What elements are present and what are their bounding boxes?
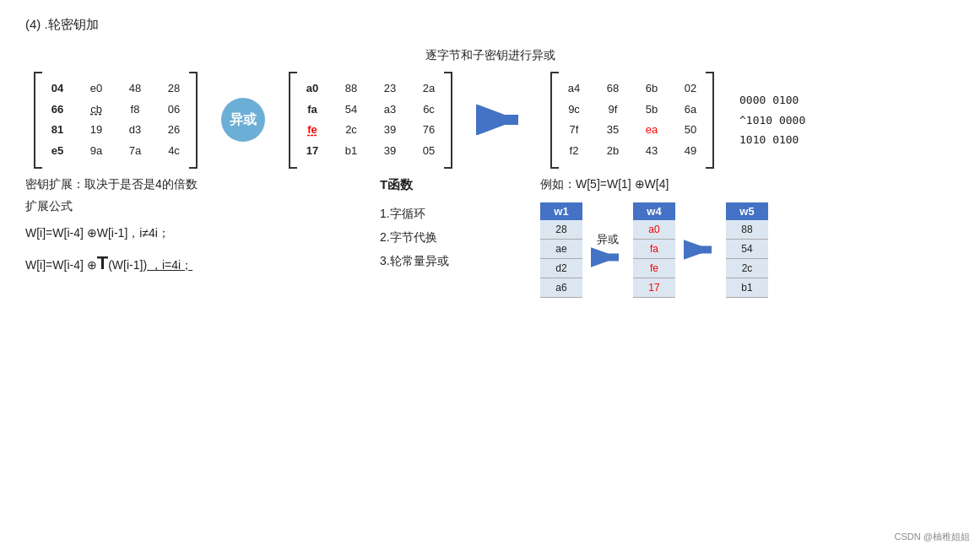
matrix-cell: 7f <box>562 120 586 141</box>
matrix-cell: 48 <box>123 78 147 100</box>
w5-cell: b1 <box>726 278 768 298</box>
matrix-cell: 9a <box>84 141 108 162</box>
right-panel: 例如：W[5]=W[1] ⊕W[4] w1 28aed2a6 异或 <box>532 177 955 298</box>
matrix-cell: e5 <box>46 141 69 162</box>
matrix-cell: e0 <box>84 78 108 100</box>
matrix-cell: cb <box>84 100 108 121</box>
w1-block: w1 28aed2a6 <box>540 202 582 298</box>
matrix-cell: 28 <box>162 78 186 100</box>
formula2-mid: (W[i-1]) <box>108 258 147 272</box>
binary-line: 0000 0100 <box>739 90 805 110</box>
expand-label: 扩展公式 <box>25 199 363 214</box>
matrix-cell: 43 <box>640 141 663 162</box>
w1-cell: d2 <box>540 259 582 278</box>
matrix-cell: d3 <box>123 120 147 141</box>
matrix-cell: b1 <box>339 141 363 162</box>
matrix-cell: 35 <box>601 120 625 141</box>
matrix2: a088232afa54a36cfe2c397617b13905 <box>289 72 452 169</box>
matrix-cell: 4c <box>162 141 186 162</box>
w1-cell: a6 <box>540 278 582 298</box>
matrix-cell: 05 <box>417 141 441 162</box>
w1-cell: ae <box>540 240 582 259</box>
matrix-cell: 17 <box>300 141 324 162</box>
xor-circle: 异或 <box>221 98 265 142</box>
xor-small-label: 异或 <box>597 232 619 247</box>
w5-cell: 88 <box>726 220 768 240</box>
matrix-row-container: 04e0482866cbf8068119d326e59a7a4c 异或 a088… <box>25 72 955 169</box>
formula2-suffix: ，i=4i； <box>147 258 192 272</box>
matrix-cell: ea <box>640 120 663 141</box>
w-diagram: w1 28aed2a6 异或 <box>540 202 955 298</box>
w5-cell: 54 <box>726 240 768 259</box>
t-func-item-1: 1.字循环 <box>380 202 532 225</box>
w4-cell: 17 <box>633 278 675 298</box>
matrix-cell: 26 <box>162 120 186 141</box>
t-func-item-3: 3.轮常量异或 <box>380 249 532 272</box>
matrix-cell: a3 <box>378 100 402 121</box>
formula2: W[i]=W[i-4] ⊕T(W[i-1]) ，i=4i； <box>25 245 363 282</box>
matrix-cell: 6c <box>417 100 441 121</box>
matrix-cell: 68 <box>601 78 625 100</box>
w4-cell: fa <box>633 240 675 259</box>
w1-header: w1 <box>540 202 582 220</box>
matrix-cell: 23 <box>378 78 402 100</box>
matrix-cell: 50 <box>679 120 702 141</box>
w5-block: w5 88542cb1 <box>726 202 768 298</box>
matrix-cell: 49 <box>679 141 702 162</box>
matrix-cell: 5b <box>640 100 663 121</box>
key-expand-title: 密钥扩展：取决于是否是4的倍数 <box>25 177 363 192</box>
matrix3: a4686b029c9f5b6a7f35ea50f22b4349 <box>550 72 714 169</box>
t-func-title: T函数 <box>380 177 532 193</box>
matrix-cell: 06 <box>162 100 186 121</box>
subtitle: 逐字节和子密钥进行异或 <box>25 48 955 63</box>
xor-arrow-group: 异或 <box>591 232 625 267</box>
binary-text: 0000 0100^1010 00001010 0100 <box>739 90 805 149</box>
matrix-cell: 9f <box>601 100 625 121</box>
w4-block: w4 a0fafe17 <box>633 202 675 298</box>
matrix-cell: 54 <box>339 100 363 121</box>
w4-cell: fe <box>633 259 675 278</box>
matrix-cell: 39 <box>378 120 402 141</box>
page: (4) .轮密钥加 逐字节和子密钥进行异或 04e0482866cbf80681… <box>0 0 980 550</box>
matrix-cell: 6a <box>679 100 702 121</box>
matrix-cell: 2a <box>417 78 441 100</box>
matrix-cell: 2b <box>601 141 625 162</box>
w5-cell: 2c <box>726 259 768 278</box>
w1-cell: 28 <box>540 220 582 240</box>
w5-header: w5 <box>726 202 768 220</box>
matrix-cell: f2 <box>562 141 586 162</box>
matrix-cell: fa <box>300 100 324 121</box>
matrix-cell: 19 <box>84 120 108 141</box>
page-title: (4) .轮密钥加 <box>25 17 955 33</box>
formula2-T: T <box>97 252 108 273</box>
matrix-cell: 81 <box>46 120 69 141</box>
formula1: W[i]=W[i-4] ⊕W[i-1]，i≠4i； <box>25 221 363 245</box>
arrow-small <box>591 247 625 267</box>
matrix-cell: 88 <box>339 78 363 100</box>
matrix-cell: f8 <box>123 100 147 121</box>
matrix-cell: 76 <box>417 120 441 141</box>
matrix-cell: 02 <box>679 78 702 100</box>
matrix1: 04e0482866cbf8068119d326e59a7a4c <box>34 72 198 169</box>
binary-line: 1010 0100 <box>739 130 805 149</box>
w4-header: w4 <box>633 202 675 220</box>
arrow-right <box>476 105 527 135</box>
matrix-cell: 66 <box>46 100 69 121</box>
matrix-cell: 39 <box>378 141 402 162</box>
left-panel: 密钥扩展：取决于是否是4的倍数 扩展公式 W[i]=W[i-4] ⊕W[i-1]… <box>25 177 363 298</box>
matrix-cell: 2c <box>339 120 363 141</box>
example-title: 例如：W[5]=W[1] ⊕W[4] <box>540 177 955 192</box>
bottom-section: 密钥扩展：取决于是否是4的倍数 扩展公式 W[i]=W[i-4] ⊕W[i-1]… <box>25 177 955 298</box>
middle-panel: T函数 1.字循环 2.字节代换 3.轮常量异或 <box>363 177 532 298</box>
matrix-cell: 9c <box>562 100 586 121</box>
arrow-small-2 <box>684 240 717 260</box>
matrix-cell: a0 <box>300 78 324 100</box>
matrix-cell: fe <box>300 120 324 141</box>
watermark: CSDN @柚稚姐姐 <box>895 531 970 543</box>
binary-line: ^1010 0000 <box>739 111 805 130</box>
matrix-cell: 04 <box>46 78 69 100</box>
matrix-cell: 7a <box>123 141 147 162</box>
matrix-cell: 6b <box>640 78 663 100</box>
w4-cell: a0 <box>633 220 675 240</box>
matrix-cell: a4 <box>562 78 586 100</box>
